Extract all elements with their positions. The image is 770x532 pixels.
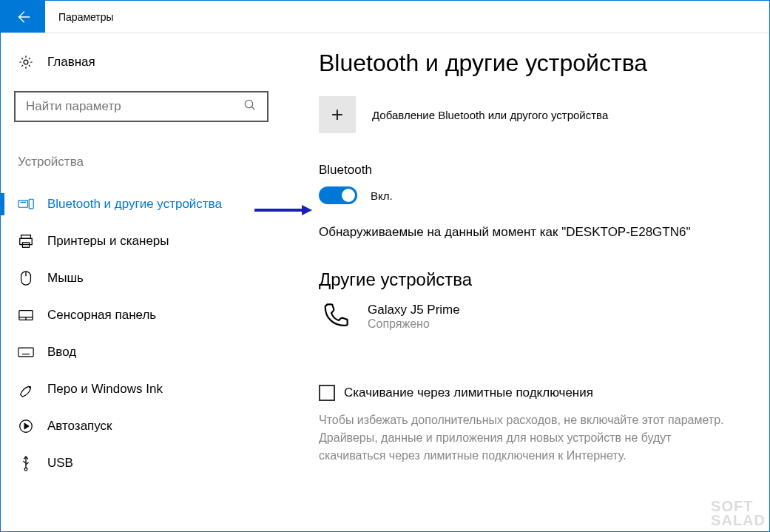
sidebar: Главная Устройства Bluetooth и другие ус… [1,33,282,531]
sidebar-item-label: Принтеры и сканеры [47,234,169,249]
device-row[interactable]: Galaxy J5 Prime Сопряжено [319,300,752,333]
svg-rect-14 [18,348,33,357]
toggle-state-label: Вкл. [371,189,393,202]
plus-icon: + [331,103,343,127]
svg-point-0 [24,60,28,64]
search-icon [243,98,257,115]
metered-checkbox[interactable] [319,385,335,401]
svg-rect-4 [29,199,33,209]
sidebar-home[interactable]: Главная [14,54,269,70]
sidebar-item-pen[interactable]: Перо и Windows Ink [14,371,269,408]
sidebar-item-label: Ввод [47,345,76,360]
arrow-left-icon [15,9,31,25]
metered-label: Скачивание через лимитные подключения [344,385,593,400]
sidebar-item-label: USB [47,456,73,471]
sidebar-item-label: Bluetooth и другие устройства [47,197,222,212]
main-content: Bluetooth и другие устройства + Добавлен… [282,33,769,531]
usb-icon [18,455,34,471]
search-field[interactable] [26,99,243,114]
pen-icon [18,381,34,397]
phone-icon [319,300,351,333]
svg-rect-7 [20,238,33,244]
sidebar-item-autoplay[interactable]: Автозапуск [14,408,269,445]
gear-icon [18,54,34,70]
page-title: Bluetooth и другие устройства [319,50,752,77]
touchpad-icon [18,307,34,323]
bluetooth-label: Bluetooth [319,163,752,178]
devices-icon [18,196,34,212]
toggle-knob [342,189,355,202]
device-status: Сопряжено [368,317,460,331]
sidebar-item-usb[interactable]: USB [14,445,269,482]
sidebar-item-label: Сенсорная панель [47,308,156,323]
back-button[interactable] [1,1,45,33]
sidebar-item-mouse[interactable]: Мышь [14,260,269,297]
sidebar-home-label: Главная [47,55,95,70]
sidebar-item-touchpad[interactable]: Сенсорная панель [14,297,269,334]
search-input[interactable] [14,91,269,122]
svg-rect-6 [21,235,31,239]
sidebar-item-label: Мышь [47,271,84,286]
sidebar-section-label: Устройства [14,155,269,169]
sidebar-item-label: Автозапуск [47,419,112,434]
discoverable-text: Обнаруживаемые на данный момент как "DES… [319,225,752,240]
sidebar-item-typing[interactable]: Ввод [14,334,269,371]
titlebar: Параметры [1,1,769,33]
window-title: Параметры [45,1,114,33]
printer-icon [18,233,34,249]
metered-info: Чтобы избежать дополнительных расходов, … [319,411,733,465]
keyboard-icon [18,344,34,360]
sidebar-item-label: Перо и Windows Ink [47,382,163,397]
svg-rect-3 [18,201,28,207]
svg-point-21 [30,386,31,388]
other-devices-title: Другие устройства [319,269,752,290]
sidebar-item-printers[interactable]: Принтеры и сканеры [14,223,269,260]
svg-point-1 [245,100,253,108]
mouse-icon [18,270,34,286]
svg-marker-23 [24,423,29,428]
add-device-row[interactable]: + Добавление Bluetooth или другого устро… [319,96,752,133]
add-device-label: Добавление Bluetooth или другого устройс… [372,109,608,121]
device-name: Galaxy J5 Prime [368,303,460,317]
bluetooth-toggle[interactable] [319,186,357,204]
svg-line-2 [251,107,254,110]
svg-point-25 [24,468,27,471]
add-device-button[interactable]: + [319,96,356,133]
sidebar-item-bluetooth[interactable]: Bluetooth и другие устройства [14,186,269,223]
autoplay-icon [18,418,34,434]
